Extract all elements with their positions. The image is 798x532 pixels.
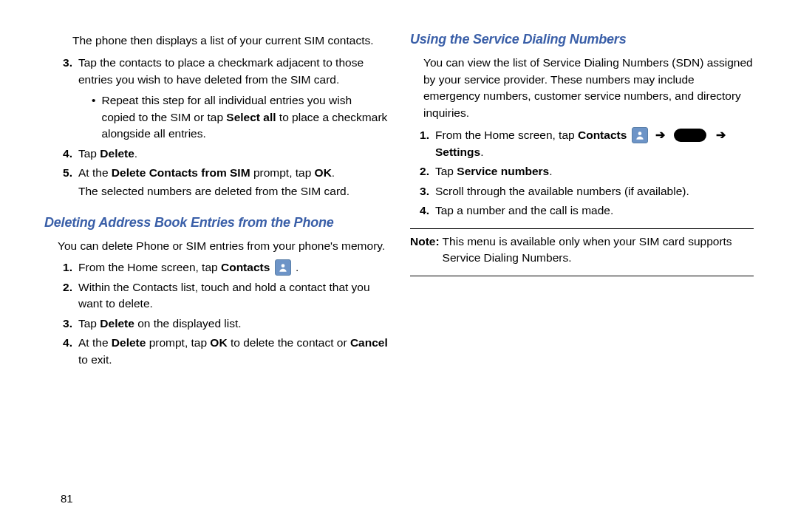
- right-column: Using the Service Dialing Numbers You ca…: [410, 30, 754, 510]
- step-num: 3.: [53, 316, 72, 332]
- step-body: Tap a number and the call is made.: [435, 202, 754, 219]
- step-num: 4.: [410, 202, 429, 219]
- contacts-bold: Contacts: [221, 261, 270, 273]
- step-body: Tap Service numbers.: [435, 163, 754, 180]
- delete-bold: Delete: [100, 147, 134, 160]
- step-body: Tap Delete.: [78, 146, 388, 162]
- t: Tap: [435, 165, 457, 177]
- step-1: 1. From the Home screen, tap Contacts .: [44, 259, 388, 276]
- step-body: At the Delete Contacts from SIM prompt, …: [78, 165, 388, 200]
- heading-sdn: Using the Service Dialing Numbers: [410, 30, 754, 49]
- step-body: Within the Contacts list, touch and hold…: [78, 279, 388, 313]
- arrow-icon: ➔: [655, 129, 665, 141]
- step-3: 3. Tap the contacts to place a checkmark…: [44, 55, 388, 142]
- step-4: 4. Tap Delete.: [44, 146, 388, 162]
- t: .: [549, 165, 552, 177]
- contacts-icon: [632, 127, 648, 143]
- step-num: 4.: [53, 146, 72, 162]
- step-num: 3.: [53, 55, 72, 142]
- step-tail: The selected numbers are deleted from th…: [78, 183, 388, 200]
- cancel-bold: Cancel: [350, 336, 388, 349]
- intro-delete-entries: You can delete Phone or SIM entries from…: [58, 238, 388, 254]
- contacts-bold2: Contacts: [578, 129, 627, 141]
- steps-sdn: 1. From the Home screen, tap Contacts ➔ …: [410, 127, 754, 219]
- step-5: 5. At the Delete Contacts from SIM promp…: [44, 165, 388, 200]
- arrow-icon: ➔: [716, 129, 726, 141]
- contacts-icon: [275, 259, 291, 276]
- t: At the: [78, 336, 112, 349]
- delete-bold2: Delete: [112, 336, 146, 349]
- service-numbers-bold: Service numbers: [457, 165, 549, 177]
- step-num: 1.: [410, 127, 429, 160]
- t: .: [332, 166, 335, 179]
- step-body: Tap Delete on the displayed list.: [78, 316, 388, 332]
- step-4: 4. At the Delete prompt, tap OK to delet…: [44, 335, 388, 368]
- heading-delete-entries: Deleting Address Book Entries from the P…: [44, 213, 388, 232]
- svg-point-0: [281, 264, 284, 267]
- step-num: 5.: [53, 165, 72, 200]
- intro-text-sim: The phone then displays a list of your c…: [72, 33, 388, 49]
- note-block: Note: This menu is available only when y…: [410, 233, 754, 267]
- step-body: From the Home screen, tap Contacts .: [78, 259, 388, 276]
- delete-bold: Delete: [100, 317, 134, 330]
- t: on the displayed list.: [134, 317, 242, 330]
- step-2: 2. Within the Contacts list, touch and h…: [44, 279, 388, 313]
- step-1: 1. From the Home screen, tap Contacts ➔ …: [410, 127, 754, 160]
- intro-sdn: You can view the list of Service Dialing…: [423, 55, 754, 121]
- bullet-body: Repeat this step for all individual entr…: [101, 92, 388, 142]
- step-body: At the Delete prompt, tap OK to delete t…: [78, 335, 388, 368]
- t: .: [293, 261, 299, 273]
- t: From the Home screen, tap: [435, 129, 578, 141]
- step-3: 3. Tap Delete on the displayed list.: [44, 316, 388, 332]
- t: At the: [78, 166, 112, 179]
- t: .: [134, 147, 137, 160]
- ok-bold: OK: [315, 166, 332, 179]
- note-rule-top: [410, 228, 754, 229]
- bullet-repeat: Repeat this step for all individual entr…: [92, 92, 388, 142]
- step-num: 1.: [53, 259, 72, 276]
- step-text: Tap the contacts to place a checkmark ad…: [78, 56, 364, 85]
- t: .: [480, 146, 483, 158]
- step-num: 4.: [53, 335, 72, 368]
- step-body: Tap the contacts to place a checkmark ad…: [78, 55, 388, 142]
- ok-bold2: OK: [210, 336, 227, 349]
- settings-bold: Settings: [435, 146, 480, 158]
- note-body: This menu is available only when your SI…: [443, 233, 754, 267]
- t: From the Home screen, tap: [78, 261, 221, 273]
- svg-point-1: [638, 132, 641, 135]
- step-body: Scroll through the available numbers (if…: [435, 183, 754, 200]
- note-label: Note:: [410, 233, 440, 267]
- t: prompt, tap: [146, 336, 210, 349]
- t: Tap: [78, 147, 100, 160]
- select-all-bold: Select all: [226, 111, 276, 123]
- step-2: 2. Tap Service numbers.: [410, 163, 754, 180]
- t: prompt, tap: [250, 166, 315, 179]
- step-num: 2.: [410, 163, 429, 180]
- t: to exit.: [78, 353, 112, 366]
- note-rule-bottom: [410, 276, 754, 276]
- t: to delete the contact or: [228, 336, 350, 349]
- step-4: 4. Tap a number and the call is made.: [410, 202, 754, 219]
- steps-delete-entries: 1. From the Home screen, tap Contacts . …: [44, 259, 388, 368]
- steps-sim-delete: 3. Tap the contacts to place a checkmark…: [44, 55, 388, 200]
- delete-from-sim-bold: Delete Contacts from SIM: [112, 166, 250, 179]
- menu-icon: [674, 129, 706, 142]
- step-num: 2.: [53, 279, 72, 313]
- step-body: From the Home screen, tap Contacts ➔ ➔ S…: [435, 127, 754, 160]
- t: Tap: [78, 317, 100, 330]
- left-column: The phone then displays a list of your c…: [44, 30, 388, 510]
- step-3: 3. Scroll through the available numbers …: [410, 183, 754, 200]
- page-number: 81: [61, 491, 73, 507]
- step-num: 3.: [410, 183, 429, 200]
